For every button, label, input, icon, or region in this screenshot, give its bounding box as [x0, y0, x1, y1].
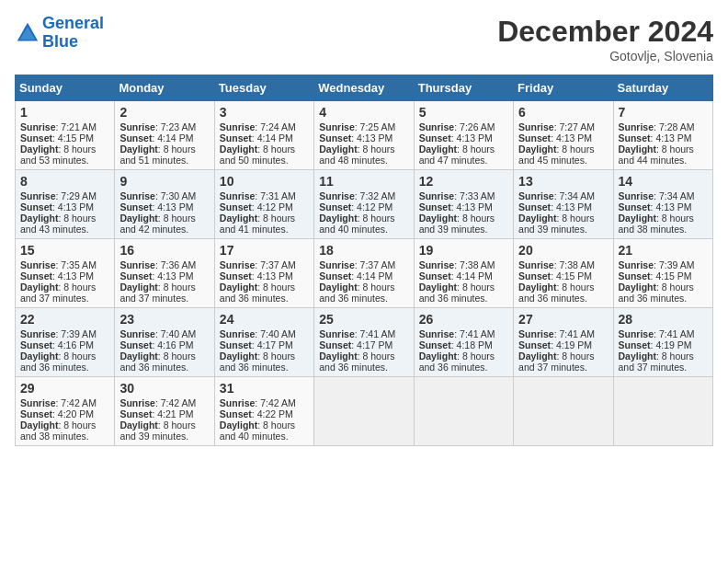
calendar-cell: 22Sunrise: 7:39 AMSunset: 4:16 PMDayligh… [16, 308, 115, 377]
cell-info-line: Sunrise: 7:40 AM [119, 328, 209, 339]
cell-info-line: Daylight: 8 hours and 36 minutes. [220, 282, 309, 304]
cell-info-line: Sunrise: 7:39 AM [20, 328, 109, 339]
calendar-cell: 31Sunrise: 7:42 AMSunset: 4:22 PMDayligh… [214, 377, 313, 446]
calendar-week-row: 29Sunrise: 7:42 AMSunset: 4:20 PMDayligh… [16, 377, 713, 446]
cell-info-line: Sunrise: 7:42 AM [220, 397, 309, 408]
col-header-thursday: Thursday [414, 75, 513, 101]
cell-info-line: Daylight: 8 hours and 39 minutes. [119, 419, 209, 442]
calendar-cell: 25Sunrise: 7:41 AMSunset: 4:17 PMDayligh… [314, 308, 414, 377]
cell-info-line: Sunset: 4:22 PM [220, 408, 309, 419]
day-number: 3 [220, 105, 309, 120]
cell-info-line: Sunrise: 7:38 AM [518, 259, 608, 270]
cell-info-line: Daylight: 8 hours and 36 minutes. [20, 350, 109, 373]
day-number: 4 [319, 105, 408, 120]
day-number: 18 [319, 243, 408, 258]
cell-info-line: Sunset: 4:16 PM [119, 339, 209, 350]
cell-info-line: Sunrise: 7:23 AM [119, 121, 209, 132]
cell-info-line: Sunrise: 7:26 AM [419, 121, 508, 132]
cell-info-line: Sunrise: 7:21 AM [20, 121, 109, 132]
cell-info-line: Sunrise: 7:25 AM [319, 121, 408, 132]
logo: General Blue [15, 15, 104, 52]
day-number: 28 [619, 312, 708, 327]
calendar-cell: 18Sunrise: 7:37 AMSunset: 4:14 PMDayligh… [314, 239, 414, 308]
cell-info-line: Daylight: 8 hours and 44 minutes. [619, 144, 708, 166]
calendar-cell: 21Sunrise: 7:39 AMSunset: 4:15 PMDayligh… [613, 239, 712, 308]
col-header-wednesday: Wednesday [314, 75, 414, 101]
cell-info-line: Sunset: 4:16 PM [20, 339, 109, 350]
calendar-cell: 20Sunrise: 7:38 AMSunset: 4:15 PMDayligh… [514, 239, 613, 308]
calendar-cell: 30Sunrise: 7:42 AMSunset: 4:21 PMDayligh… [115, 377, 214, 446]
calendar-table: SundayMondayTuesdayWednesdayThursdayFrid… [15, 75, 713, 446]
calendar-cell: 10Sunrise: 7:31 AMSunset: 4:12 PMDayligh… [214, 170, 313, 239]
logo-icon [15, 20, 40, 46]
day-number: 13 [518, 174, 608, 189]
cell-info-line: Daylight: 8 hours and 36 minutes. [119, 350, 209, 373]
cell-info-line: Daylight: 8 hours and 36 minutes. [319, 350, 408, 373]
calendar-week-row: 22Sunrise: 7:39 AMSunset: 4:16 PMDayligh… [16, 308, 713, 377]
cell-info-line: Sunrise: 7:37 AM [220, 259, 309, 270]
day-number: 25 [319, 312, 408, 327]
cell-info-line: Sunrise: 7:34 AM [518, 190, 608, 201]
calendar-cell: 16Sunrise: 7:36 AMSunset: 4:13 PMDayligh… [115, 239, 214, 308]
calendar-cell: 12Sunrise: 7:33 AMSunset: 4:13 PMDayligh… [414, 170, 513, 239]
day-number: 17 [220, 243, 309, 258]
day-number: 14 [619, 174, 708, 189]
cell-info-line: Daylight: 8 hours and 39 minutes. [518, 213, 608, 235]
calendar-cell: 28Sunrise: 7:41 AMSunset: 4:19 PMDayligh… [613, 308, 712, 377]
cell-info-line: Daylight: 8 hours and 40 minutes. [220, 419, 309, 442]
cell-info-line: Sunset: 4:14 PM [319, 270, 408, 282]
col-header-tuesday: Tuesday [214, 75, 313, 101]
cell-info-line: Sunrise: 7:38 AM [419, 259, 508, 270]
cell-info-line: Sunset: 4:13 PM [119, 201, 209, 213]
month-title: December 2024 [497, 15, 713, 49]
cell-info-line: Sunrise: 7:32 AM [319, 190, 408, 201]
cell-info-line: Daylight: 8 hours and 38 minutes. [619, 213, 708, 235]
day-number: 2 [119, 105, 209, 120]
cell-info-line: Sunrise: 7:42 AM [20, 397, 109, 408]
day-number: 1 [20, 105, 109, 120]
cell-info-line: Sunrise: 7:31 AM [220, 190, 309, 201]
cell-info-line: Sunrise: 7:41 AM [518, 328, 608, 339]
calendar-cell: 5Sunrise: 7:26 AMSunset: 4:13 PMDaylight… [414, 101, 513, 170]
cell-info-line: Sunset: 4:15 PM [20, 132, 109, 144]
cell-info-line: Daylight: 8 hours and 37 minutes. [518, 350, 608, 373]
day-number: 11 [319, 174, 408, 189]
calendar-cell: 1Sunrise: 7:21 AMSunset: 4:15 PMDaylight… [16, 101, 115, 170]
cell-info-line: Daylight: 8 hours and 48 minutes. [319, 144, 408, 166]
cell-info-line: Sunset: 4:18 PM [419, 339, 508, 350]
day-number: 20 [518, 243, 608, 258]
day-number: 23 [119, 312, 209, 327]
cell-info-line: Sunrise: 7:41 AM [319, 328, 408, 339]
title-block: December 2024 Gotovlje, Slovenia [497, 15, 713, 63]
cell-info-line: Sunset: 4:13 PM [20, 201, 109, 213]
cell-info-line: Daylight: 8 hours and 42 minutes. [119, 213, 209, 235]
cell-info-line: Sunrise: 7:36 AM [119, 259, 209, 270]
calendar-week-row: 8Sunrise: 7:29 AMSunset: 4:13 PMDaylight… [16, 170, 713, 239]
day-number: 31 [220, 381, 309, 396]
cell-info-line: Sunset: 4:12 PM [220, 201, 309, 213]
cell-info-line: Sunset: 4:15 PM [619, 270, 708, 282]
calendar-cell: 2Sunrise: 7:23 AMSunset: 4:14 PMDaylight… [115, 101, 214, 170]
calendar-cell: 29Sunrise: 7:42 AMSunset: 4:20 PMDayligh… [16, 377, 115, 446]
day-number: 5 [419, 105, 508, 120]
cell-info-line: Sunset: 4:13 PM [619, 132, 708, 144]
day-number: 15 [20, 243, 109, 258]
cell-info-line: Sunset: 4:14 PM [419, 270, 508, 282]
calendar-cell: 26Sunrise: 7:41 AMSunset: 4:18 PMDayligh… [414, 308, 513, 377]
calendar-cell: 6Sunrise: 7:27 AMSunset: 4:13 PMDaylight… [514, 101, 613, 170]
calendar-cell: 11Sunrise: 7:32 AMSunset: 4:12 PMDayligh… [314, 170, 414, 239]
cell-info-line: Sunset: 4:21 PM [119, 408, 209, 419]
calendar-cell [314, 377, 414, 446]
cell-info-line: Daylight: 8 hours and 40 minutes. [319, 213, 408, 235]
calendar-cell: 3Sunrise: 7:24 AMSunset: 4:14 PMDaylight… [214, 101, 313, 170]
cell-info-line: Sunset: 4:13 PM [20, 270, 109, 282]
cell-info-line: Daylight: 8 hours and 53 minutes. [20, 144, 109, 166]
calendar-cell: 7Sunrise: 7:28 AMSunset: 4:13 PMDaylight… [613, 101, 712, 170]
cell-info-line: Daylight: 8 hours and 37 minutes. [20, 282, 109, 304]
cell-info-line: Sunrise: 7:28 AM [619, 121, 708, 132]
calendar-cell: 15Sunrise: 7:35 AMSunset: 4:13 PMDayligh… [16, 239, 115, 308]
col-header-monday: Monday [115, 75, 214, 101]
cell-info-line: Sunset: 4:13 PM [518, 201, 608, 213]
cell-info-line: Daylight: 8 hours and 37 minutes. [119, 282, 209, 304]
calendar-cell [514, 377, 613, 446]
